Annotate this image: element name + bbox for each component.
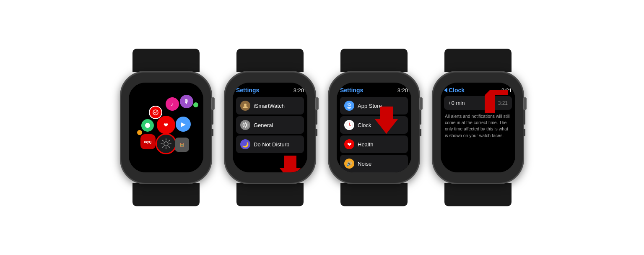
app-honeycomb: ♪ 🎙 ❤ ▶ — [134, 90, 199, 165]
ismartwatch-label: iSmartWatch — [254, 103, 285, 109]
health-icon: ❤ — [344, 139, 354, 149]
watch-screen-3: Settings 3:20 App Store — [337, 83, 411, 172]
app-grid: ♪ 🎙 ❤ ▶ — [129, 83, 203, 172]
settings-header-3: Settings 3:20 — [340, 87, 408, 94]
svg-marker-3 — [280, 156, 301, 172]
activity-icon[interactable] — [149, 106, 162, 119]
general-label: General — [254, 122, 273, 128]
settings-item-general[interactable]: General — [236, 116, 304, 134]
svg-point-0 — [164, 142, 168, 146]
svg-marker-6 — [485, 90, 508, 113]
settings-header-2: Settings 3:20 — [236, 87, 304, 94]
settings-item-ismartwatch[interactable]: iSmartWatch — [236, 97, 304, 114]
watch-body-2: Settings 3:20 iSmartWatch — [224, 71, 316, 184]
arrow-down-container — [236, 156, 304, 172]
strap-bottom-1 — [132, 183, 200, 206]
side-button2-2 — [315, 129, 317, 136]
arrow-top-container — [485, 90, 508, 117]
green-dot — [193, 102, 198, 107]
strap-top-2 — [236, 49, 304, 72]
watch-1: ♪ 🎙 ❤ ▶ — [120, 49, 212, 206]
settings-screen-2: Settings 3:20 iSmartWatch — [233, 83, 307, 172]
dnd-icon: 🌙 — [240, 139, 250, 149]
strap-bottom-3 — [340, 183, 408, 206]
strap-bottom-4 — [444, 183, 512, 206]
watches-container: ♪ 🎙 ❤ ▶ — [112, 40, 532, 215]
strap-top-3 — [340, 49, 408, 72]
svg-point-1 — [244, 104, 247, 106]
watch-screen-2: Settings 3:20 iSmartWatch — [233, 83, 307, 172]
watch-body-1: ♪ 🎙 ❤ ▶ — [120, 71, 212, 184]
appstore-icon — [344, 101, 354, 111]
noise-icon: 🔊 — [344, 159, 354, 169]
time-adjust-label: +0 min — [448, 100, 465, 106]
side-button-3 — [419, 110, 421, 125]
watch-body-3: Settings 3:20 App Store — [328, 71, 420, 184]
watch-screen-1: ♪ 🎙 ❤ ▶ — [129, 83, 203, 172]
watch-2: Settings 3:20 iSmartWatch — [224, 49, 316, 206]
clock-detail-screen: Clock 3:21 +0 min 3:21 All alerts and no… — [441, 83, 515, 172]
strap-top-4 — [444, 49, 512, 72]
watch-screen-4: Clock 3:21 +0 min 3:21 All alerts and no… — [441, 83, 515, 172]
heart-icon[interactable]: ❤ — [157, 116, 175, 134]
arrow-down-icon — [280, 156, 301, 172]
noise-label: Noise — [358, 161, 371, 167]
myo-icon[interactable]: myQ — [140, 134, 156, 149]
podcasts-icon[interactable]: 🎙 — [180, 95, 193, 108]
side-button2-1 — [211, 129, 213, 136]
svg-marker-5 — [375, 107, 398, 134]
crown-1 — [211, 97, 215, 110]
clock-label: Clock — [358, 122, 371, 128]
health-label: Health — [358, 141, 374, 148]
crown-2 — [315, 97, 319, 110]
side-button-2 — [315, 110, 317, 125]
watch-4: Clock 3:21 +0 min 3:21 All alerts and no… — [432, 49, 524, 206]
watch-body-4: Clock 3:21 +0 min 3:21 All alerts and no… — [432, 71, 524, 184]
calculator-icon[interactable]: 🧮 — [175, 138, 189, 152]
green-circle-icon[interactable] — [141, 119, 154, 132]
settings-item-dnd[interactable]: 🌙 Do Not Disturb — [236, 135, 304, 153]
dnd-label: Do Not Disturb — [254, 141, 289, 148]
arrow-clock-icon — [375, 107, 398, 134]
back-button[interactable]: Clock — [444, 87, 465, 94]
yellow-dot — [137, 130, 142, 135]
arrow-clock-container — [375, 107, 398, 135]
play-icon[interactable]: ▶ — [176, 117, 191, 132]
ismartwatch-icon — [240, 101, 250, 111]
svg-point-2 — [244, 124, 247, 126]
crown-3 — [419, 97, 423, 110]
strap-top-1 — [132, 49, 200, 72]
settings-screen-3: Settings 3:20 App Store — [337, 83, 411, 172]
settings-title-3: Settings — [340, 87, 363, 94]
side-button2-3 — [419, 129, 421, 136]
watch-3: Settings 3:20 App Store — [328, 49, 420, 206]
settings-title-2: Settings — [236, 87, 259, 94]
clock-icon-bg — [344, 120, 354, 130]
settings-icon[interactable] — [156, 133, 177, 154]
side-button-4 — [523, 110, 525, 125]
arrow-top-icon — [485, 90, 508, 115]
side-button-1 — [211, 110, 213, 125]
settings-item-health[interactable]: ❤ Health — [340, 135, 408, 153]
settings-time-2: 3:20 — [293, 87, 304, 94]
strap-bottom-2 — [236, 183, 304, 206]
clock-back-label: Clock — [449, 87, 465, 94]
general-icon — [240, 120, 250, 130]
back-chevron-icon — [444, 88, 447, 93]
settings-time-3: 3:20 — [397, 87, 408, 94]
crown-4 — [523, 97, 527, 110]
music-icon[interactable]: ♪ — [166, 97, 179, 111]
settings-item-noise[interactable]: 🔊 Noise — [340, 155, 408, 172]
side-button2-4 — [523, 129, 525, 136]
